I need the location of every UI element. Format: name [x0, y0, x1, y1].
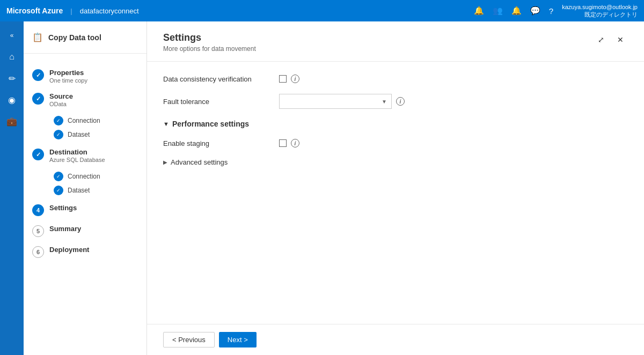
content-footer: < Previous Next > [147, 324, 644, 355]
step-settings-indicator: 4 [32, 204, 44, 216]
step-source-content: Source OData [49, 92, 138, 107]
sub-step-source-dataset-icon: ✓ [54, 130, 63, 139]
step-source-sublabel: OData [49, 101, 138, 107]
sub-step-source-dataset-label: Dataset [68, 131, 90, 138]
wizard-title-text: Copy Data tool [48, 33, 101, 42]
edit-icon[interactable]: ✏ [2, 69, 21, 88]
step-destination[interactable]: ✓ Destination Azure SQL Database [24, 144, 147, 167]
step-destination-label: Destination [49, 148, 138, 156]
user-directory: 既定のディレクトリ [562, 11, 638, 18]
fault-tolerance-dropdown[interactable]: ▼ [279, 94, 392, 109]
performance-section-title: Performance settings [172, 120, 249, 128]
step-summary-indicator: 5 [32, 225, 44, 237]
performance-collapse-icon[interactable]: ▼ [163, 121, 169, 127]
briefcase-icon[interactable]: 💼 [2, 112, 21, 131]
help-icon[interactable]: ? [549, 6, 553, 16]
sub-step-dest-dataset[interactable]: ✓ Dataset [49, 183, 147, 197]
sub-step-source-connection[interactable]: ✓ Connection [49, 114, 147, 128]
step-properties-content: Properties One time copy [49, 69, 138, 84]
contacts-icon[interactable]: 👥 [493, 6, 503, 16]
expand-icon[interactable]: ⤢ [594, 32, 609, 47]
next-button-label: Next > [228, 336, 248, 344]
user-info[interactable]: kazuya.sugimoto@outlook.jp 既定のディレクトリ [562, 3, 638, 19]
fault-tolerance-info-icon[interactable]: i [396, 97, 405, 106]
fault-tolerance-dropdown-arrow: ▼ [382, 99, 387, 105]
step-summary-content: Summary [49, 225, 138, 233]
fault-tolerance-row: Fault tolerance ▼ i [163, 94, 628, 109]
home-icon[interactable]: ⌂ [2, 47, 21, 66]
collapse-nav-button[interactable]: « [2, 26, 21, 45]
next-button[interactable]: Next > [219, 332, 257, 347]
step-deployment-content: Deployment [49, 246, 138, 254]
monitor-icon[interactable]: ◉ [2, 90, 21, 109]
close-icon[interactable]: ✕ [613, 32, 628, 47]
fault-tolerance-label: Fault tolerance [163, 98, 270, 106]
step-properties[interactable]: ✓ Properties One time copy [24, 64, 147, 88]
step-source-substeps: ✓ Connection ✓ Dataset [24, 112, 147, 144]
enable-staging-label: Enable staging [163, 139, 270, 147]
enable-staging-controls: i [279, 139, 299, 147]
factory-name: datafactoryconnect [80, 7, 139, 15]
performance-section-header: ▼ Performance settings [163, 120, 628, 128]
content-header-text: Settings More options for data movement [163, 32, 256, 53]
step-destination-sublabel: Azure SQL Database [49, 157, 138, 163]
step-source-label: Source [49, 92, 138, 100]
sub-step-dest-connection[interactable]: ✓ Connection [49, 169, 147, 183]
advanced-settings-row[interactable]: ▶ Advanced settings [163, 158, 628, 166]
main-container: « ⌂ ✏ ◉ 💼 📋 Copy Data tool ✓ Properties … [0, 21, 644, 355]
step-deployment-indicator: 6 [32, 246, 44, 258]
previous-button[interactable]: < Previous [163, 332, 215, 347]
sub-step-source-connection-label: Connection [68, 117, 100, 124]
enable-staging-row: Enable staging i [163, 139, 628, 147]
step-properties-sublabel: One time copy [49, 77, 138, 84]
brand-name: Microsoft Azure [6, 6, 63, 15]
wizard-title-area: 📋 Copy Data tool [24, 32, 147, 54]
enable-staging-checkbox[interactable] [279, 139, 287, 147]
step-settings-content: Settings [49, 204, 138, 212]
topbar-actions: 🔔 👥 🔔 💬 ? kazuya.sugimoto@outlook.jp 既定の… [474, 3, 638, 19]
enable-staging-info-icon[interactable]: i [291, 139, 299, 147]
advanced-settings-label: Advanced settings [171, 158, 228, 166]
content-header: Settings More options for data movement … [147, 21, 644, 62]
page-subtitle: More options for data movement [163, 45, 256, 53]
header-actions: ⤢ ✕ [594, 32, 628, 47]
wizard-title-icon: 📋 [32, 32, 43, 42]
step-destination-substeps: ✓ Connection ✓ Dataset [24, 167, 147, 199]
step-deployment[interactable]: 6 Deployment [24, 241, 147, 262]
wizard-sidebar: 📋 Copy Data tool ✓ Properties One time c… [24, 21, 147, 355]
sub-step-source-dataset[interactable]: ✓ Dataset [49, 128, 147, 142]
alerts-icon[interactable]: 🔔 [511, 6, 522, 16]
step-destination-content: Destination Azure SQL Database [49, 148, 138, 163]
sub-step-dest-connection-label: Connection [68, 173, 100, 180]
sub-step-source-connection-icon: ✓ [54, 116, 63, 125]
data-consistency-label: Data consistency verification [163, 75, 270, 83]
brand-separator: | [70, 7, 72, 15]
sub-step-dest-dataset-label: Dataset [68, 187, 90, 194]
notifications-icon[interactable]: 🔔 [474, 6, 484, 16]
previous-button-label: < Previous [172, 336, 206, 344]
fault-tolerance-controls: ▼ i [279, 94, 405, 109]
step-source-indicator: ✓ [32, 93, 44, 105]
topbar: Microsoft Azure | datafactoryconnect 🔔 👥… [0, 0, 644, 21]
wizard-steps-list: ✓ Properties One time copy ✓ Source ODat… [24, 59, 147, 268]
step-settings[interactable]: 4 Settings [24, 199, 147, 220]
step-source[interactable]: ✓ Source OData [24, 88, 147, 112]
page-title: Settings [163, 32, 256, 43]
step-summary[interactable]: 5 Summary [24, 220, 147, 241]
data-consistency-checkbox[interactable] [279, 75, 287, 83]
step-properties-indicator: ✓ [32, 69, 44, 81]
data-consistency-row: Data consistency verification i [163, 75, 628, 83]
left-nav-icons: « ⌂ ✏ ◉ 💼 [0, 21, 24, 355]
sub-step-dest-dataset-icon: ✓ [54, 186, 63, 195]
step-destination-indicator: ✓ [32, 149, 44, 160]
data-consistency-info-icon[interactable]: i [291, 75, 299, 83]
chat-icon[interactable]: 💬 [530, 6, 540, 16]
step-settings-label: Settings [49, 204, 138, 212]
advanced-settings-expand-icon: ▶ [163, 159, 167, 165]
step-properties-label: Properties [49, 69, 138, 77]
data-consistency-controls: i [279, 75, 299, 83]
content-body: Data consistency verification i Fault to… [147, 62, 644, 324]
sub-step-dest-connection-icon: ✓ [54, 172, 63, 181]
step-summary-label: Summary [49, 225, 138, 233]
step-deployment-label: Deployment [49, 246, 138, 254]
